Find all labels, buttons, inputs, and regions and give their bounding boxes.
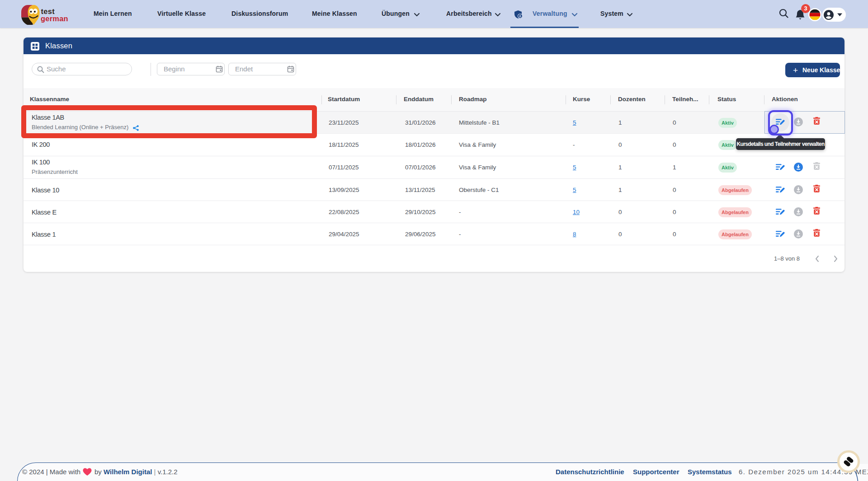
svg-text:german: german <box>41 14 68 23</box>
